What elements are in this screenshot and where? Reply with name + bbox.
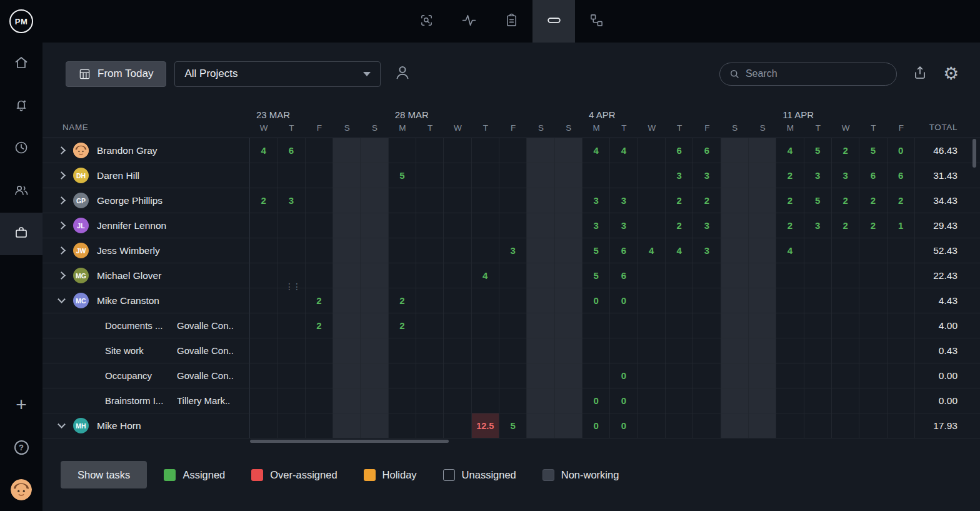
day-cell[interactable]: 0 bbox=[610, 363, 638, 388]
day-cell[interactable] bbox=[638, 388, 666, 413]
day-cell[interactable] bbox=[389, 188, 416, 213]
expand-chevron-icon[interactable] bbox=[58, 271, 66, 280]
day-cell[interactable] bbox=[888, 288, 915, 313]
day-cell[interactable] bbox=[361, 163, 388, 188]
day-cell[interactable] bbox=[416, 413, 444, 438]
day-cell[interactable] bbox=[306, 188, 333, 213]
day-cell[interactable] bbox=[721, 313, 749, 338]
day-cell[interactable]: 2 bbox=[776, 213, 804, 238]
day-cell[interactable] bbox=[278, 388, 305, 413]
day-cell[interactable] bbox=[361, 138, 388, 163]
day-cell[interactable] bbox=[250, 238, 278, 263]
day-cell[interactable] bbox=[749, 163, 776, 188]
day-cell[interactable] bbox=[333, 363, 361, 388]
day-cell[interactable]: 1 bbox=[888, 213, 915, 238]
panel-resize-handle[interactable]: ⋮⋮ bbox=[285, 282, 300, 291]
day-cell[interactable] bbox=[250, 313, 278, 338]
export-button[interactable] bbox=[912, 65, 928, 83]
day-cell[interactable] bbox=[444, 288, 471, 313]
day-cell[interactable] bbox=[582, 363, 610, 388]
day-cell[interactable] bbox=[278, 338, 305, 363]
day-cell[interactable]: 3 bbox=[499, 238, 527, 263]
day-cell[interactable] bbox=[444, 188, 471, 213]
day-cell[interactable]: 2 bbox=[666, 213, 693, 238]
day-cell[interactable] bbox=[610, 163, 638, 188]
day-cell[interactable] bbox=[693, 413, 721, 438]
day-cell[interactable]: 2 bbox=[389, 313, 416, 338]
day-cell[interactable] bbox=[416, 338, 444, 363]
day-cell[interactable] bbox=[527, 413, 554, 438]
day-cell[interactable] bbox=[250, 363, 278, 388]
day-cell[interactable] bbox=[333, 213, 361, 238]
day-cell[interactable] bbox=[499, 163, 527, 188]
day-cell[interactable] bbox=[749, 213, 776, 238]
day-cell[interactable] bbox=[416, 313, 444, 338]
day-cell[interactable] bbox=[721, 213, 749, 238]
day-cell[interactable] bbox=[832, 263, 859, 288]
day-cell[interactable]: 3 bbox=[693, 238, 721, 263]
day-cell[interactable] bbox=[389, 263, 416, 288]
day-cell[interactable]: 3 bbox=[693, 213, 721, 238]
from-today-button[interactable]: From Today bbox=[66, 61, 166, 87]
day-cell[interactable] bbox=[499, 263, 527, 288]
day-cell[interactable] bbox=[693, 388, 721, 413]
day-cell[interactable]: 2 bbox=[389, 288, 416, 313]
day-cell[interactable] bbox=[361, 288, 388, 313]
day-cell[interactable] bbox=[666, 313, 693, 338]
day-cell[interactable] bbox=[582, 313, 610, 338]
day-cell[interactable] bbox=[361, 413, 388, 438]
day-cell[interactable] bbox=[804, 363, 832, 388]
day-cell[interactable]: 2 bbox=[832, 213, 859, 238]
day-cell[interactable] bbox=[638, 163, 666, 188]
day-cell[interactable] bbox=[278, 313, 305, 338]
day-cell[interactable] bbox=[749, 388, 776, 413]
day-cell[interactable] bbox=[361, 313, 388, 338]
day-cell[interactable] bbox=[693, 313, 721, 338]
day-cell[interactable] bbox=[499, 313, 527, 338]
day-cell[interactable]: 4 bbox=[582, 138, 610, 163]
day-cell[interactable]: 4 bbox=[638, 238, 666, 263]
day-cell[interactable] bbox=[278, 238, 305, 263]
day-cell[interactable] bbox=[666, 338, 693, 363]
day-cell[interactable] bbox=[638, 138, 666, 163]
day-cell[interactable] bbox=[416, 263, 444, 288]
day-cell[interactable] bbox=[527, 363, 554, 388]
day-cell[interactable]: 2 bbox=[666, 188, 693, 213]
day-cell[interactable] bbox=[250, 213, 278, 238]
day-cell[interactable]: 2 bbox=[832, 188, 859, 213]
day-cell[interactable] bbox=[555, 138, 582, 163]
day-cell[interactable] bbox=[250, 413, 278, 438]
day-cell[interactable] bbox=[638, 338, 666, 363]
day-cell[interactable] bbox=[306, 363, 333, 388]
day-cell[interactable] bbox=[804, 388, 832, 413]
day-cell[interactable] bbox=[721, 188, 749, 213]
day-cell[interactable] bbox=[333, 338, 361, 363]
vertical-scrollbar-thumb[interactable] bbox=[972, 139, 976, 168]
settings-button[interactable]: ⚙ bbox=[943, 65, 959, 83]
day-cell[interactable] bbox=[693, 263, 721, 288]
day-cell[interactable] bbox=[306, 213, 333, 238]
day-cell[interactable] bbox=[666, 363, 693, 388]
day-cell[interactable]: 2 bbox=[832, 138, 859, 163]
day-cell[interactable] bbox=[638, 263, 666, 288]
day-cell[interactable] bbox=[333, 388, 361, 413]
day-cell[interactable] bbox=[804, 263, 832, 288]
day-cell[interactable]: 5 bbox=[804, 138, 832, 163]
person-row[interactable]: GPGeorge Phillips2333222522234.43 bbox=[42, 188, 980, 213]
horizontal-scrollbar-thumb[interactable] bbox=[250, 440, 449, 443]
day-cell[interactable]: 2 bbox=[693, 188, 721, 213]
day-cell[interactable] bbox=[306, 138, 333, 163]
day-cell[interactable]: 2 bbox=[776, 188, 804, 213]
day-cell[interactable] bbox=[444, 138, 471, 163]
day-cell[interactable] bbox=[888, 263, 915, 288]
day-cell[interactable] bbox=[666, 263, 693, 288]
day-cell[interactable] bbox=[555, 263, 582, 288]
day-cell[interactable]: 0 bbox=[610, 388, 638, 413]
tab-workflow[interactable] bbox=[575, 0, 618, 43]
day-cell[interactable] bbox=[666, 413, 693, 438]
day-cell[interactable]: 6 bbox=[693, 138, 721, 163]
day-cell[interactable] bbox=[333, 138, 361, 163]
day-cell[interactable] bbox=[859, 363, 887, 388]
expand-chevron-icon[interactable] bbox=[58, 246, 66, 255]
day-cell[interactable] bbox=[444, 238, 471, 263]
